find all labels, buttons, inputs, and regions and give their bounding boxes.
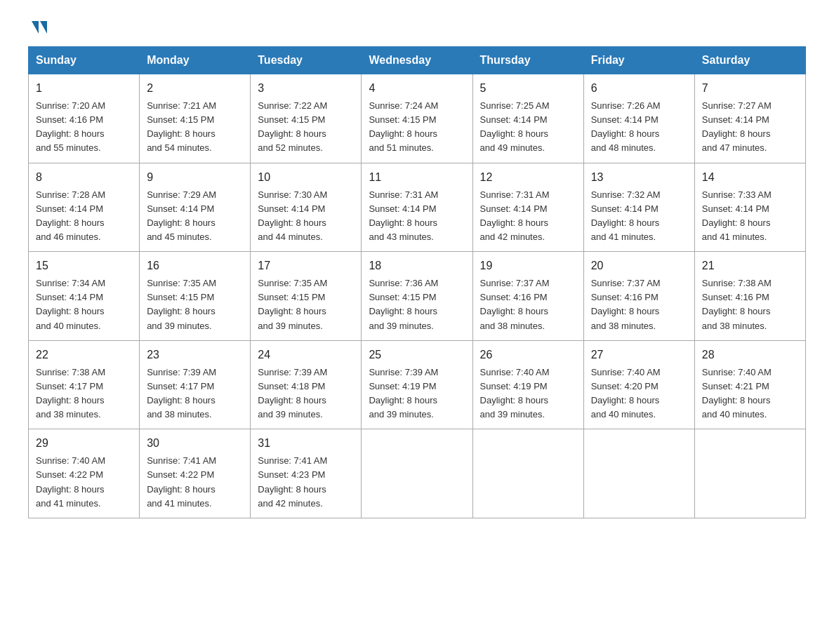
day-info: Sunrise: 7:37 AMSunset: 4:16 PMDaylight:…	[480, 278, 550, 330]
calendar-week-5: 29Sunrise: 7:40 AMSunset: 4:22 PMDayligh…	[29, 429, 806, 518]
day-info: Sunrise: 7:31 AMSunset: 4:14 PMDaylight:…	[369, 189, 438, 242]
day-info: Sunrise: 7:38 AMSunset: 4:16 PMDaylight:…	[702, 278, 772, 330]
calendar-cell: 14Sunrise: 7:33 AMSunset: 4:14 PMDayligh…	[694, 163, 805, 252]
day-info: Sunrise: 7:40 AMSunset: 4:19 PMDaylight:…	[480, 367, 550, 420]
day-info: Sunrise: 7:35 AMSunset: 4:15 PMDaylight:…	[147, 278, 216, 330]
day-number: 28	[702, 347, 798, 363]
calendar-cell: 12Sunrise: 7:31 AMSunset: 4:14 PMDayligh…	[472, 163, 583, 252]
calendar-cell	[694, 429, 805, 518]
day-info: Sunrise: 7:29 AMSunset: 4:14 PMDaylight:…	[147, 189, 216, 242]
calendar-week-3: 15Sunrise: 7:34 AMSunset: 4:14 PMDayligh…	[29, 252, 806, 341]
calendar-cell: 23Sunrise: 7:39 AMSunset: 4:17 PMDayligh…	[140, 340, 251, 429]
day-number: 11	[369, 169, 465, 186]
day-info: Sunrise: 7:27 AMSunset: 4:14 PMDaylight:…	[702, 100, 772, 153]
day-number: 21	[702, 257, 798, 274]
logo-arrow-2	[40, 21, 47, 34]
day-number: 18	[369, 257, 465, 274]
day-number: 29	[36, 435, 132, 452]
calendar-cell: 1Sunrise: 7:20 AMSunset: 4:16 PMDaylight…	[29, 74, 140, 163]
day-number: 24	[258, 347, 354, 363]
calendar-cell: 10Sunrise: 7:30 AMSunset: 4:14 PMDayligh…	[251, 163, 362, 252]
day-info: Sunrise: 7:21 AMSunset: 4:15 PMDaylight:…	[147, 100, 216, 153]
day-info: Sunrise: 7:40 AMSunset: 4:21 PMDaylight:…	[702, 367, 772, 420]
day-info: Sunrise: 7:30 AMSunset: 4:14 PMDaylight:…	[258, 189, 327, 242]
day-info: Sunrise: 7:39 AMSunset: 4:17 PMDaylight:…	[147, 367, 216, 420]
calendar-week-4: 22Sunrise: 7:38 AMSunset: 4:17 PMDayligh…	[29, 340, 806, 429]
day-number: 19	[480, 257, 576, 274]
calendar-cell: 13Sunrise: 7:32 AMSunset: 4:14 PMDayligh…	[583, 163, 694, 252]
logo-arrow-1	[32, 21, 39, 34]
day-number: 6	[591, 80, 687, 97]
day-info: Sunrise: 7:32 AMSunset: 4:14 PMDaylight:…	[591, 189, 661, 242]
day-number: 3	[258, 80, 354, 97]
calendar-cell: 25Sunrise: 7:39 AMSunset: 4:19 PMDayligh…	[362, 340, 472, 429]
day-number: 16	[147, 257, 243, 274]
calendar-cell: 22Sunrise: 7:38 AMSunset: 4:17 PMDayligh…	[29, 340, 140, 429]
day-info: Sunrise: 7:20 AMSunset: 4:16 PMDaylight:…	[36, 100, 105, 153]
day-info: Sunrise: 7:36 AMSunset: 4:15 PMDaylight:…	[369, 278, 438, 330]
header-tuesday: Tuesday	[251, 47, 362, 74]
day-number: 2	[147, 80, 243, 97]
day-number: 31	[258, 435, 354, 452]
day-number: 23	[147, 347, 243, 363]
day-number: 30	[147, 435, 243, 452]
day-info: Sunrise: 7:40 AMSunset: 4:20 PMDaylight:…	[591, 367, 661, 420]
day-number: 10	[258, 169, 354, 186]
calendar-cell: 19Sunrise: 7:37 AMSunset: 4:16 PMDayligh…	[472, 252, 583, 341]
calendar-cell: 30Sunrise: 7:41 AMSunset: 4:22 PMDayligh…	[140, 429, 251, 518]
calendar-cell: 27Sunrise: 7:40 AMSunset: 4:20 PMDayligh…	[583, 340, 694, 429]
day-info: Sunrise: 7:41 AMSunset: 4:23 PMDaylight:…	[258, 455, 327, 508]
day-number: 5	[480, 80, 576, 97]
header-sunday: Sunday	[29, 47, 140, 74]
header-friday: Friday	[583, 47, 694, 74]
day-number: 13	[591, 169, 687, 186]
day-number: 26	[480, 347, 576, 363]
day-info: Sunrise: 7:24 AMSunset: 4:15 PMDaylight:…	[369, 100, 438, 153]
calendar-cell: 6Sunrise: 7:26 AMSunset: 4:14 PMDaylight…	[583, 74, 694, 163]
calendar-cell: 18Sunrise: 7:36 AMSunset: 4:15 PMDayligh…	[362, 252, 472, 341]
day-info: Sunrise: 7:22 AMSunset: 4:15 PMDaylight:…	[258, 100, 327, 153]
calendar-cell: 11Sunrise: 7:31 AMSunset: 4:14 PMDayligh…	[362, 163, 472, 252]
header-thursday: Thursday	[472, 47, 583, 74]
calendar-cell	[472, 429, 583, 518]
calendar-cell: 28Sunrise: 7:40 AMSunset: 4:21 PMDayligh…	[694, 340, 805, 429]
calendar-cell: 16Sunrise: 7:35 AMSunset: 4:15 PMDayligh…	[140, 252, 251, 341]
calendar-cell: 9Sunrise: 7:29 AMSunset: 4:14 PMDaylight…	[140, 163, 251, 252]
calendar-week-1: 1Sunrise: 7:20 AMSunset: 4:16 PMDaylight…	[29, 74, 806, 163]
day-number: 20	[591, 257, 687, 274]
calendar-cell: 24Sunrise: 7:39 AMSunset: 4:18 PMDayligh…	[251, 340, 362, 429]
header-wednesday: Wednesday	[362, 47, 472, 74]
calendar-cell: 21Sunrise: 7:38 AMSunset: 4:16 PMDayligh…	[694, 252, 805, 341]
day-info: Sunrise: 7:41 AMSunset: 4:22 PMDaylight:…	[147, 455, 216, 508]
calendar-cell	[583, 429, 694, 518]
day-info: Sunrise: 7:25 AMSunset: 4:14 PMDaylight:…	[480, 100, 550, 153]
logo	[28, 21, 47, 32]
day-info: Sunrise: 7:26 AMSunset: 4:14 PMDaylight:…	[591, 100, 661, 153]
calendar-cell: 4Sunrise: 7:24 AMSunset: 4:15 PMDaylight…	[362, 74, 472, 163]
calendar-week-2: 8Sunrise: 7:28 AMSunset: 4:14 PMDaylight…	[29, 163, 806, 252]
day-info: Sunrise: 7:37 AMSunset: 4:16 PMDaylight:…	[591, 278, 661, 330]
calendar-cell: 17Sunrise: 7:35 AMSunset: 4:15 PMDayligh…	[251, 252, 362, 341]
day-info: Sunrise: 7:35 AMSunset: 4:15 PMDaylight:…	[258, 278, 327, 330]
day-info: Sunrise: 7:39 AMSunset: 4:19 PMDaylight:…	[369, 367, 438, 420]
calendar-cell: 26Sunrise: 7:40 AMSunset: 4:19 PMDayligh…	[472, 340, 583, 429]
day-info: Sunrise: 7:34 AMSunset: 4:14 PMDaylight:…	[36, 278, 105, 330]
day-info: Sunrise: 7:39 AMSunset: 4:18 PMDaylight:…	[258, 367, 327, 420]
calendar-cell	[362, 429, 472, 518]
day-number: 25	[369, 347, 465, 363]
calendar-cell: 15Sunrise: 7:34 AMSunset: 4:14 PMDayligh…	[29, 252, 140, 341]
calendar-header-row: SundayMondayTuesdayWednesdayThursdayFrid…	[29, 47, 806, 74]
day-number: 4	[369, 80, 465, 97]
day-info: Sunrise: 7:31 AMSunset: 4:14 PMDaylight:…	[480, 189, 550, 242]
day-number: 14	[702, 169, 798, 186]
day-info: Sunrise: 7:38 AMSunset: 4:17 PMDaylight:…	[36, 367, 105, 420]
page-header	[28, 21, 806, 32]
day-info: Sunrise: 7:40 AMSunset: 4:22 PMDaylight:…	[36, 455, 105, 508]
day-info: Sunrise: 7:33 AMSunset: 4:14 PMDaylight:…	[702, 189, 772, 242]
day-number: 27	[591, 347, 687, 363]
day-number: 15	[36, 257, 132, 274]
calendar-table: SundayMondayTuesdayWednesdayThursdayFrid…	[28, 46, 806, 518]
calendar-cell: 31Sunrise: 7:41 AMSunset: 4:23 PMDayligh…	[251, 429, 362, 518]
calendar-cell: 20Sunrise: 7:37 AMSunset: 4:16 PMDayligh…	[583, 252, 694, 341]
calendar-cell: 2Sunrise: 7:21 AMSunset: 4:15 PMDaylight…	[140, 74, 251, 163]
